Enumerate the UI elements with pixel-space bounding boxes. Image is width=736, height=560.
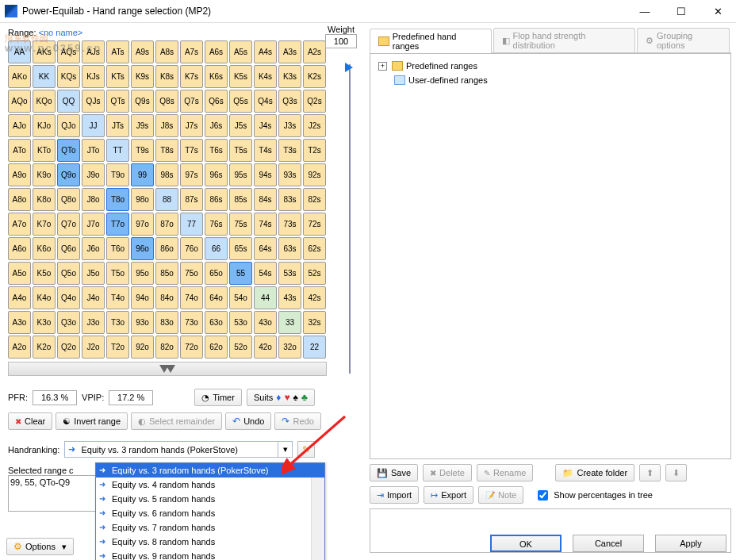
hand-cell-96o[interactable]: 96o (131, 237, 154, 260)
hand-cell-A9s[interactable]: A9s (131, 40, 154, 63)
hand-cell-82s[interactable]: 82s (303, 188, 326, 211)
hand-cell-A4s[interactable]: A4s (254, 40, 277, 63)
delete-button[interactable]: Delete (423, 464, 472, 481)
move-up-button[interactable] (639, 464, 661, 481)
hand-cell-T8o[interactable]: T8o (106, 188, 129, 211)
tab-flop-strength[interactable]: ◧Flop hand strength distribution (493, 28, 635, 52)
hand-cell-76o[interactable]: 76o (180, 237, 203, 260)
hand-cell-K7s[interactable]: K7s (180, 65, 203, 88)
hand-cell-96s[interactable]: 96s (205, 163, 228, 186)
hand-cell-A2o[interactable]: A2o (8, 336, 31, 359)
hand-cell-62o[interactable]: 62o (205, 336, 228, 359)
hand-cell-A6o[interactable]: A6o (8, 237, 31, 260)
slider-thumb[interactable] (345, 63, 353, 72)
hand-cell-A4o[interactable]: A4o (8, 286, 31, 309)
hand-cell-52s[interactable]: 52s (303, 262, 326, 285)
hand-cell-T5o[interactable]: T5o (106, 262, 129, 285)
hand-cell-94s[interactable]: 94s (254, 163, 277, 186)
hand-cell-K5s[interactable]: K5s (229, 65, 252, 88)
hand-cell-Q8o[interactable]: Q8o (57, 188, 80, 211)
hand-cell-63s[interactable]: 63s (278, 237, 301, 260)
hand-cell-86s[interactable]: 86s (205, 188, 228, 211)
hand-cell-T8s[interactable]: T8s (155, 139, 178, 162)
hand-cell-AQo[interactable]: AQo (8, 90, 31, 113)
hand-cell-87s[interactable]: 87s (180, 188, 203, 211)
hand-cell-T4s[interactable]: T4s (254, 139, 277, 162)
hand-cell-T5s[interactable]: T5s (229, 139, 252, 162)
tab-predefined[interactable]: Predefined hand ranges (370, 29, 492, 53)
hand-cell-82o[interactable]: 82o (155, 336, 178, 359)
hand-cell-J9s[interactable]: J9s (131, 114, 154, 137)
hand-cell-A7s[interactable]: A7s (180, 40, 203, 63)
hand-cell-83s[interactable]: 83s (278, 188, 301, 211)
hand-cell-Q9o[interactable]: Q9o (57, 163, 80, 186)
hand-cell-K2o[interactable]: K2o (33, 336, 56, 359)
hand-cell-64s[interactable]: 64s (254, 237, 277, 260)
hand-cell-J4s[interactable]: J4s (254, 114, 277, 137)
hand-cell-72s[interactable]: 72s (303, 213, 326, 236)
hand-cell-KJo[interactable]: KJo (33, 114, 56, 137)
hand-cell-AJs[interactable]: AJs (82, 40, 105, 63)
hand-cell-85o[interactable]: 85o (155, 262, 178, 285)
hand-cell-A3s[interactable]: A3s (278, 40, 301, 63)
hand-cell-Q8s[interactable]: Q8s (155, 90, 178, 113)
hand-cell-AKs[interactable]: AKs (33, 40, 56, 63)
hand-cell-KTs[interactable]: KTs (106, 65, 129, 88)
dropdown-item[interactable]: ➜Equity vs. 9 random hands (96, 549, 324, 560)
hand-cell-Q7s[interactable]: Q7s (180, 90, 203, 113)
suits-button[interactable]: Suits ♦♥♠♣ (247, 389, 315, 406)
tree-root-row[interactable]: + Predefined ranges (375, 59, 726, 73)
hand-cell-A5s[interactable]: A5s (229, 40, 252, 63)
create-folder-button[interactable]: Create folder (555, 464, 634, 481)
hand-cell-K3s[interactable]: K3s (278, 65, 301, 88)
hand-cell-44[interactable]: 44 (254, 286, 277, 309)
hand-cell-54s[interactable]: 54s (254, 262, 277, 285)
hand-cell-JTs[interactable]: JTs (106, 114, 129, 137)
hand-cell-74s[interactable]: 74s (254, 213, 277, 236)
hand-cell-AJo[interactable]: AJo (8, 114, 31, 137)
note-button[interactable]: Note (478, 486, 523, 504)
hand-cell-76s[interactable]: 76s (205, 213, 228, 236)
hand-cell-88[interactable]: 88 (155, 188, 178, 211)
pfr-value[interactable]: 16.3 % (33, 390, 77, 405)
hand-cell-T2o[interactable]: T2o (106, 336, 129, 359)
import-button[interactable]: Import (370, 486, 419, 504)
hand-cell-K8s[interactable]: K8s (155, 65, 178, 88)
hand-cell-87o[interactable]: 87o (155, 213, 178, 236)
hand-cell-92o[interactable]: 92o (131, 336, 154, 359)
hand-cell-T6s[interactable]: T6s (205, 139, 228, 162)
dropdown-item[interactable]: ➜Equity vs. 7 random hands (96, 520, 324, 535)
hand-cell-84s[interactable]: 84s (254, 188, 277, 211)
hand-cell-J3o[interactable]: J3o (82, 311, 105, 334)
hand-cell-93o[interactable]: 93o (131, 311, 154, 334)
hand-cell-K5o[interactable]: K5o (33, 262, 56, 285)
hand-cell-65o[interactable]: 65o (205, 262, 228, 285)
close-button[interactable]: ✕ (700, 0, 736, 22)
move-down-button[interactable] (665, 464, 687, 481)
minimize-button[interactable]: — (627, 0, 663, 22)
hand-cell-74o[interactable]: 74o (180, 286, 203, 309)
hand-cell-K3o[interactable]: K3o (33, 311, 56, 334)
hand-cell-ATs[interactable]: ATs (106, 40, 129, 63)
hand-cell-Q9s[interactable]: Q9s (131, 90, 154, 113)
hand-cell-A7o[interactable]: A7o (8, 213, 31, 236)
cancel-button[interactable]: Cancel (573, 535, 644, 552)
hand-cell-J4o[interactable]: J4o (82, 286, 105, 309)
handranking-combo[interactable]: ➜ Equity vs. 3 random hands (PokerStove)… (64, 441, 293, 458)
select-remainder-button[interactable]: ◐Select remainder (131, 412, 222, 430)
hand-cell-72o[interactable]: 72o (180, 336, 203, 359)
hand-cell-KTo[interactable]: KTo (33, 139, 56, 162)
hand-cell-43o[interactable]: 43o (254, 311, 277, 334)
hand-cell-J6s[interactable]: J6s (205, 114, 228, 137)
apply-button[interactable]: Apply (655, 535, 726, 552)
hand-cell-55[interactable]: 55 (229, 262, 252, 285)
vpip-value[interactable]: 17.2 % (109, 390, 153, 405)
hand-cell-K8o[interactable]: K8o (33, 188, 56, 211)
hand-cell-85s[interactable]: 85s (229, 188, 252, 211)
hand-cell-K7o[interactable]: K7o (33, 213, 56, 236)
hand-cell-98o[interactable]: 98o (131, 188, 154, 211)
hand-cell-J7o[interactable]: J7o (82, 213, 105, 236)
edit-handranking-button[interactable] (297, 441, 315, 458)
hand-cell-A5o[interactable]: A5o (8, 262, 31, 285)
hand-cell-K6o[interactable]: K6o (33, 237, 56, 260)
